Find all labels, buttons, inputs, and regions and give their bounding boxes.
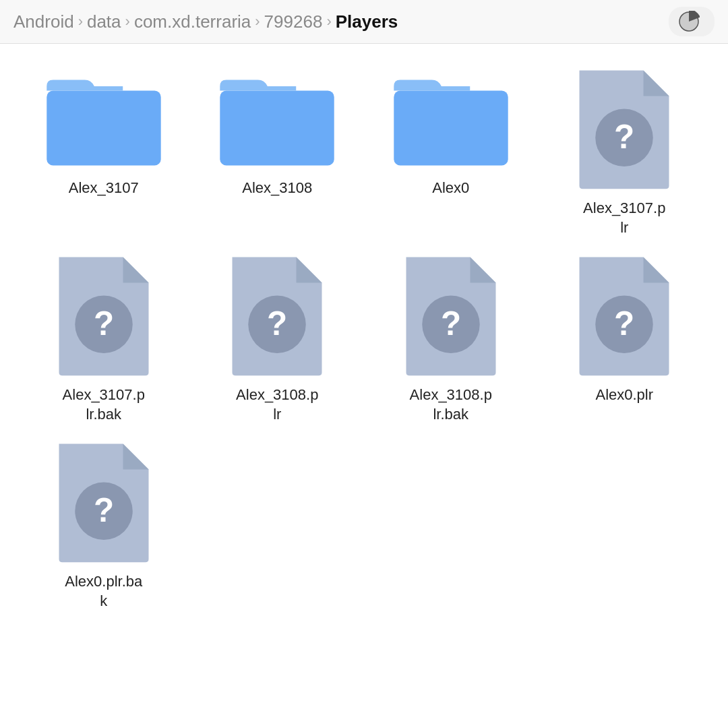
- breadcrumb-separator: ›: [125, 13, 130, 30]
- breadcrumb-separator: ›: [326, 13, 331, 30]
- breadcrumb-item-799268[interactable]: 799268: [264, 11, 323, 32]
- file-label: Alex0: [432, 179, 469, 198]
- breadcrumb-separator: ›: [255, 13, 260, 30]
- svg-text:?: ?: [267, 305, 287, 342]
- list-item[interactable]: ? Alex0.plr: [541, 251, 708, 424]
- file-label: Alex_3107: [69, 179, 139, 198]
- list-item[interactable]: Alex0: [367, 64, 535, 237]
- list-item[interactable]: ? Alex0.plr.ba k: [20, 437, 187, 611]
- file-icon: ?: [394, 251, 508, 379]
- svg-text:?: ?: [441, 305, 461, 342]
- breadcrumb-item-Players[interactable]: Players: [336, 11, 398, 32]
- file-label: Alex_3107.p lr.bak: [63, 386, 145, 424]
- list-item[interactable]: ? Alex_3108.p lr.bak: [367, 251, 535, 424]
- svg-text:?: ?: [94, 305, 114, 342]
- list-item[interactable]: ? Alex_3107.p lr: [541, 64, 708, 237]
- svg-rect-5: [394, 91, 508, 166]
- file-label: Alex_3108.p lr: [236, 386, 318, 424]
- list-item[interactable]: Alex_3108: [194, 64, 361, 237]
- file-label: Alex0.plr.ba k: [65, 572, 142, 611]
- folder-icon: [40, 64, 168, 172]
- storage-badge: [669, 7, 715, 36]
- list-item[interactable]: Alex_3107: [20, 64, 187, 237]
- svg-rect-4: [220, 91, 334, 166]
- svg-rect-3: [47, 91, 160, 166]
- file-icon: ?: [567, 251, 681, 379]
- folder-icon: [387, 64, 515, 172]
- file-label: Alex_3108: [242, 179, 312, 198]
- file-icon: ?: [47, 437, 161, 565]
- file-label: Alex_3107.p lr: [583, 199, 665, 237]
- svg-text:?: ?: [614, 118, 634, 155]
- folder-icon: [213, 64, 341, 172]
- breadcrumb-item-com-xd-terraria[interactable]: com.xd.terraria: [134, 11, 251, 32]
- storage-pie-icon: [678, 11, 700, 32]
- breadcrumb-item-Android[interactable]: Android: [13, 11, 74, 32]
- header: Android›data›com.xd.terraria›799268›Play…: [0, 0, 728, 44]
- breadcrumb-separator: ›: [78, 13, 83, 30]
- breadcrumb: Android›data›com.xd.terraria›799268›Play…: [13, 11, 669, 32]
- svg-text:?: ?: [614, 305, 634, 342]
- file-icon: ?: [220, 251, 334, 379]
- list-item[interactable]: ? Alex_3107.p lr.bak: [20, 251, 187, 424]
- svg-text:?: ?: [94, 492, 114, 529]
- list-item[interactable]: ? Alex_3108.p lr: [194, 251, 361, 424]
- file-label: Alex0.plr: [595, 386, 653, 405]
- file-label: Alex_3108.p lr.bak: [410, 386, 492, 424]
- file-icon: ?: [567, 64, 681, 192]
- file-icon: ?: [47, 251, 161, 379]
- breadcrumb-item-data[interactable]: data: [87, 11, 121, 32]
- file-grid: Alex_3107 Alex_3108 Alex0 ? Alex_3107.p …: [0, 44, 728, 632]
